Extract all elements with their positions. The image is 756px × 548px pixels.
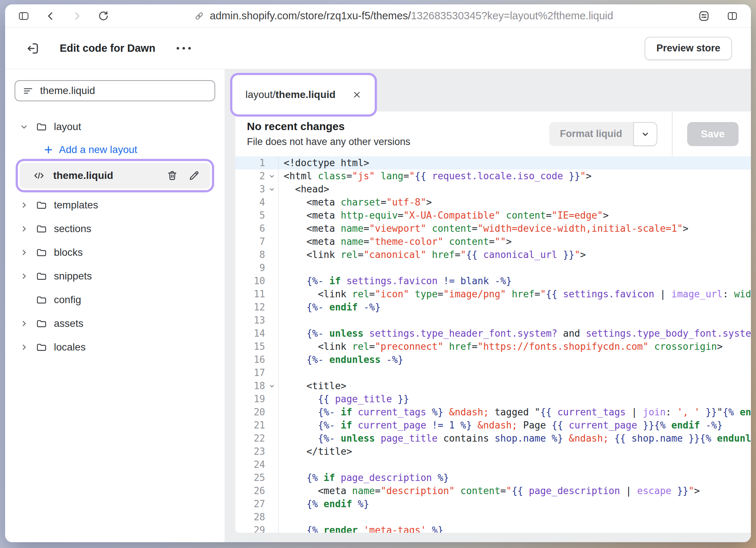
code-text: {% endif %} — [278, 497, 751, 510]
code-text: <!doctype html> — [278, 156, 751, 169]
folder-label: sections — [54, 223, 91, 235]
filter-icon — [23, 85, 34, 96]
code-line[interactable]: 25 {% if page_description %} — [235, 471, 751, 484]
fold-gutter — [265, 209, 278, 222]
tab-strip: layout/theme.liquid — [225, 69, 751, 111]
folder-config[interactable]: config — [15, 290, 215, 309]
code-line[interactable]: 18 <title> — [235, 379, 751, 392]
code-line[interactable]: 16 {%- endunless -%} — [235, 353, 751, 366]
fold-gutter — [265, 274, 278, 287]
line-number: 12 — [235, 301, 265, 314]
code-text: <head> — [278, 183, 751, 196]
code-line[interactable]: 12 {%- endif -%} — [235, 301, 751, 314]
code-line[interactable]: 23 </title> — [235, 445, 751, 458]
rename-file-icon[interactable] — [188, 170, 200, 181]
folder-assets[interactable]: assets — [15, 314, 215, 333]
line-number: 18 — [235, 379, 265, 392]
code-line[interactable]: 13 — [235, 314, 751, 327]
line-number: 13 — [235, 314, 265, 327]
code-text: {% render 'meta-tags' %} — [278, 524, 751, 533]
forward-icon[interactable] — [71, 11, 82, 21]
folder-templates[interactable]: templates — [15, 196, 215, 215]
folder-blocks[interactable]: blocks — [15, 243, 215, 262]
folder-label: snippets — [54, 270, 92, 282]
split-view-icon[interactable] — [726, 11, 739, 21]
fold-gutter — [265, 432, 278, 445]
line-number: 20 — [235, 406, 265, 419]
fold-toggle-icon[interactable] — [265, 379, 278, 392]
fold-gutter — [265, 261, 278, 274]
exit-editor-icon[interactable] — [25, 41, 40, 56]
save-button[interactable]: Save — [687, 122, 739, 146]
editor-area: layout/theme.liquid No recent changes Fi… — [225, 69, 751, 542]
code-line[interactable]: 4 <meta charset="utf-8"> — [235, 196, 751, 209]
fold-gutter — [265, 314, 278, 327]
code-line[interactable]: 22 {%- unless page_title contains shop.n… — [235, 432, 751, 445]
format-liquid-caret[interactable] — [633, 122, 657, 146]
line-number: 27 — [235, 497, 265, 510]
line-number: 8 — [235, 248, 265, 261]
code-text — [278, 261, 751, 274]
folder-layout[interactable]: layout — [15, 117, 215, 136]
fold-toggle-icon[interactable] — [265, 169, 278, 183]
code-line[interactable]: 3 <head> — [235, 183, 751, 196]
chevron-right-icon — [19, 272, 29, 281]
code-line[interactable]: 26 <meta name="description" content="{{ … — [235, 484, 751, 497]
code-line[interactable]: 27 {% endif %} — [235, 497, 751, 510]
close-tab-icon[interactable] — [352, 90, 362, 99]
code-line[interactable]: 17 — [235, 366, 751, 379]
code-line[interactable]: 15 <link rel="preconnect" href="https://… — [235, 340, 751, 353]
code-line[interactable]: 5 <meta http-equiv="X-UA-Compatible" con… — [235, 209, 751, 222]
folder-icon — [36, 121, 47, 132]
code-line[interactable]: 8 <link rel="canonical" href="{{ canonic… — [235, 248, 751, 261]
code-line[interactable]: 28 — [235, 510, 751, 524]
back-icon[interactable] — [45, 11, 56, 21]
add-new-layout-link[interactable]: Add a new layout — [15, 141, 215, 158]
code-line[interactable]: 7 <meta name="theme-color" content=""> — [235, 235, 751, 248]
code-line[interactable]: 10 {%- if settings.favicon != blank -%} — [235, 274, 751, 287]
folder-locales[interactable]: locales — [15, 338, 215, 357]
page-settings-icon[interactable] — [698, 10, 710, 22]
code-line[interactable]: 11 <link rel="icon" type="image/png" hre… — [235, 287, 751, 301]
sidebar-toggle-icon[interactable] — [17, 11, 30, 21]
file-search-input[interactable]: theme.liquid — [15, 80, 215, 101]
code-line[interactable]: 19 {{ page_title }} — [235, 392, 751, 406]
code-text: <meta name="viewport" content="width=dev… — [278, 222, 751, 235]
fold-toggle-icon[interactable] — [265, 183, 278, 196]
line-number: 10 — [235, 274, 265, 287]
code-line[interactable]: 1<!doctype html> — [235, 156, 751, 169]
code-line[interactable]: 2<html class="js" lang="{{ request.local… — [235, 169, 751, 183]
address-bar[interactable]: admin.shopify.com/store/rzq1xu-f5/themes… — [210, 10, 613, 22]
file-tree: layout Add a new layout theme.liquid — [15, 117, 215, 357]
code-text — [278, 314, 751, 327]
line-number: 16 — [235, 353, 265, 366]
code-line[interactable]: 29 {% render 'meta-tags' %} — [235, 524, 751, 533]
line-number: 14 — [235, 327, 265, 340]
code-text: {%- unless settings.type_header_font.sys… — [278, 327, 751, 340]
preview-store-button[interactable]: Preview store — [645, 37, 732, 60]
code-editor[interactable]: 1<!doctype html>2<html class="js" lang="… — [235, 156, 751, 533]
format-liquid-button[interactable]: Format liquid — [549, 122, 633, 146]
code-line[interactable]: 9 — [235, 261, 751, 274]
folder-snippets[interactable]: snippets — [15, 267, 215, 286]
app-header: Edit code for Dawn Preview store — [5, 28, 751, 69]
tab-theme-liquid[interactable]: layout/theme.liquid — [232, 75, 375, 114]
fold-gutter — [265, 497, 278, 510]
reload-icon[interactable] — [98, 10, 109, 22]
folder-label: templates — [54, 199, 98, 211]
code-line[interactable]: 20 {%- if current_tags %} &ndash; tagged… — [235, 406, 751, 419]
more-actions-icon[interactable] — [177, 47, 191, 50]
fold-gutter — [265, 340, 278, 353]
folder-sections[interactable]: sections — [15, 219, 215, 238]
fold-gutter — [265, 156, 278, 169]
code-line[interactable]: 21 {%- if current_page != 1 %} &ndash; P… — [235, 419, 751, 432]
delete-file-icon[interactable] — [166, 170, 178, 181]
code-line[interactable]: 6 <meta name="viewport" content="width=d… — [235, 222, 751, 235]
code-line[interactable]: 24 — [235, 458, 751, 471]
fold-gutter — [265, 458, 278, 471]
fold-gutter — [265, 327, 278, 340]
file-item-theme-liquid[interactable]: theme.liquid — [20, 163, 210, 188]
editor-toolbar: No recent changes File does not have any… — [235, 111, 751, 156]
code-line[interactable]: 14 {%- unless settings.type_header_font.… — [235, 327, 751, 340]
fold-gutter — [265, 248, 278, 261]
